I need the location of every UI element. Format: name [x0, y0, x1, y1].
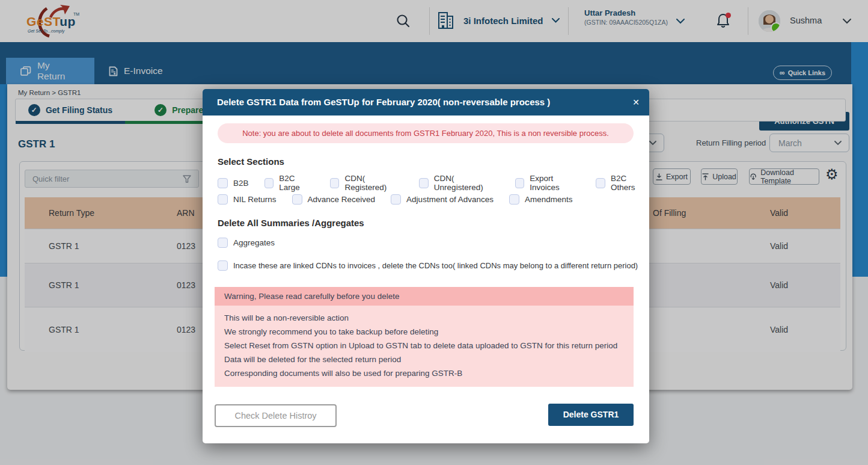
checkbox-input[interactable] — [218, 178, 228, 188]
checkbox-linked-cdns[interactable]: Incase these are linked CDNs to invoices… — [218, 260, 638, 271]
checkbox-aggregates[interactable]: Aggregates — [218, 238, 275, 248]
checkbox-input[interactable] — [509, 194, 519, 205]
checkbox-label: Export Invoices — [530, 174, 580, 192]
checkbox-adjustment-advances[interactable]: Adjustment of Advances — [391, 194, 494, 205]
checkbox-b2c-large[interactable]: B2C Large — [264, 174, 314, 192]
aggregates-row: Aggregates — [218, 238, 275, 248]
checkbox-input[interactable] — [391, 194, 401, 205]
linked-cdns-row: Incase these are linked CDNs to invoices… — [218, 260, 638, 271]
checkbox-label: CDN( Unregistered) — [434, 174, 500, 192]
checkbox-label: B2C Others — [611, 174, 649, 192]
checkbox-label: NIL Returns — [233, 195, 277, 204]
checkbox-export-invoices[interactable]: Export Invoices — [515, 174, 581, 192]
warning-line: We strongly recommend you to take backup… — [224, 325, 624, 339]
checkbox-input[interactable] — [292, 194, 302, 205]
checkbox-cdn-registered[interactable]: CDN( Registered) — [330, 174, 403, 192]
checkbox-advance-received[interactable]: Advance Received — [292, 194, 376, 205]
checkbox-input[interactable] — [218, 260, 228, 271]
checkbox-nil-returns[interactable]: NIL Returns — [218, 194, 277, 205]
modal-title: Delete GSTR1 Data from GeSTUp for Februa… — [217, 89, 550, 115]
note-banner: Note: you are about to delete all docume… — [218, 123, 634, 143]
warning-line: This will be a non-reversible action — [224, 311, 624, 325]
checkbox-label: Amendments — [525, 195, 573, 204]
checkbox-input[interactable] — [419, 178, 429, 188]
checkbox-input[interactable] — [264, 178, 274, 188]
gestup-app: GeSTup TM Get Set To...comply 3i Infotec… — [0, 0, 868, 465]
delete-gstr1-button[interactable]: Delete GSTR1 — [548, 404, 634, 426]
warning-line: Corresponding documents will also be use… — [224, 366, 624, 380]
checkbox-label: Advance Received — [308, 195, 376, 204]
checkbox-b2c-others[interactable]: B2C Others — [596, 174, 649, 192]
checkbox-label: Aggregates — [233, 238, 275, 247]
summaries-heading: Delete All Summaries /Aggregates — [218, 218, 364, 228]
checkbox-label: CDN( Registered) — [344, 174, 403, 192]
delete-gstr1-modal: Delete GSTR1 Data from GeSTUp for Februa… — [203, 89, 649, 443]
check-delete-history-button[interactable]: Check Delete Histroy — [215, 404, 337, 427]
warning-title: Warning, Please read carefully before yo… — [215, 287, 634, 306]
checkbox-input[interactable] — [515, 178, 525, 188]
checkbox-input[interactable] — [218, 194, 228, 205]
checkbox-input[interactable] — [218, 238, 228, 248]
warning-line: Select Reset from GSTN option in Upload … — [224, 339, 624, 353]
select-sections-heading: Select Sections — [218, 156, 284, 167]
checkbox-amendments[interactable]: Amendments — [509, 194, 573, 205]
checkbox-input[interactable] — [330, 178, 340, 188]
checkbox-cdn-unregistered[interactable]: CDN( Unregistered) — [419, 174, 499, 192]
checkbox-label: Incase these are linked CDNs to invoices… — [233, 261, 638, 270]
checkbox-b2b[interactable]: B2B — [218, 178, 249, 188]
sections-row-1: B2B B2C Large CDN( Registered) CDN( Unre… — [218, 174, 649, 192]
warning-box: Warning, Please read carefully before yo… — [215, 287, 634, 387]
checkbox-label: Adjustment of Advances — [406, 195, 494, 204]
sections-row-2: NIL Returns Advance Received Adjustment … — [218, 194, 573, 205]
warning-body: This will be a non-reversible action We … — [215, 306, 634, 387]
checkbox-label: B2C Large — [279, 174, 314, 192]
checkbox-input[interactable] — [596, 178, 605, 188]
warning-line: Data will be deleted for the selected re… — [224, 353, 624, 366]
checkbox-label: B2B — [233, 179, 249, 188]
close-icon[interactable]: ✕ — [632, 96, 640, 108]
modal-header: Delete GSTR1 Data from GeSTUp for Februa… — [203, 89, 649, 115]
